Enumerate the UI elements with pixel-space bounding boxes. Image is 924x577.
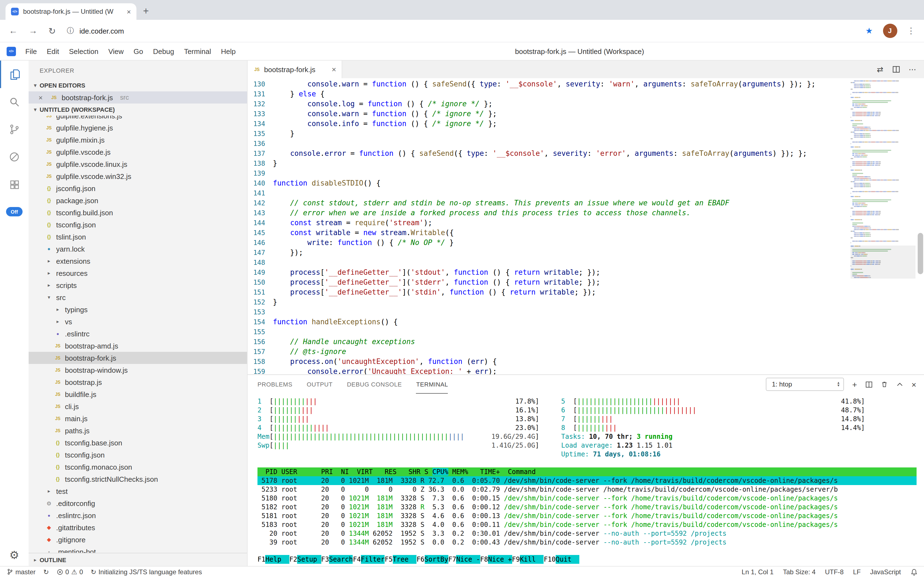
tree-file-bootstrap-amd.js[interactable]: JSbootstrap-amd.js (29, 340, 247, 352)
cursor-position[interactable]: Ln 1, Col 1 (742, 568, 773, 575)
tree-file-.eslintrc[interactable]: ●.eslintrc (29, 327, 247, 340)
compare-changes-icon[interactable]: ⇄ (877, 65, 883, 74)
maximize-panel-icon[interactable] (896, 381, 903, 388)
sync-status[interactable]: ↻ (43, 568, 49, 575)
address-bar[interactable]: ⓘ ide.coder.com (67, 26, 124, 36)
menu-file[interactable]: File (20, 47, 42, 55)
tree-file-main.js[interactable]: JSmain.js (29, 413, 247, 424)
minimap[interactable] (850, 81, 915, 374)
tree-file-tsconfig.json[interactable]: {}tsconfig.json (29, 219, 247, 231)
tree-file-tsconfig.base.json[interactable]: {}tsconfig.base.json (29, 437, 247, 449)
tree-folder-test[interactable]: ▸test (29, 485, 247, 497)
split-terminal-icon[interactable] (865, 381, 872, 388)
new-terminal-icon[interactable]: + (852, 380, 857, 388)
search-icon[interactable] (0, 88, 29, 116)
tree-file-.mention-bot[interactable]: ▪.mention-bot (29, 546, 247, 553)
avatar[interactable]: J (883, 24, 897, 38)
tree-file-paths.js[interactable]: JSpaths.js (29, 424, 247, 437)
menu-debug[interactable]: Debug (148, 47, 179, 55)
site-info-icon[interactable]: ⓘ (67, 26, 74, 36)
forward-icon[interactable]: → (29, 26, 37, 36)
language-mode[interactable]: JavaScript (870, 568, 901, 575)
panel-tab-output[interactable]: OUTPUT (307, 375, 333, 394)
tree-file-cli.js[interactable]: JScli.js (29, 400, 247, 413)
more-actions-icon[interactable]: ⋯ (909, 65, 916, 74)
tree-file-gulpfile.mixin.js[interactable]: JSgulpfile.mixin.js (29, 134, 247, 146)
terminal-area[interactable]: 1 [|||||||||||17.8%]5 [|||||||||||||||||… (247, 394, 924, 566)
encoding[interactable]: UTF-8 (825, 568, 844, 575)
open-editor-item[interactable]: × JS bootstrap-fork.js src (29, 91, 247, 103)
eol[interactable]: LF (853, 568, 861, 575)
split-editor-icon[interactable] (892, 66, 900, 73)
git-branch-status[interactable]: master (6, 568, 35, 575)
tab-size[interactable]: Tab Size: 4 (783, 568, 816, 575)
tree-file-gulpfile.vscode.js[interactable]: JSgulpfile.vscode.js (29, 146, 247, 158)
tree-folder-extensions[interactable]: ▸extensions (29, 255, 247, 267)
line-number: 143 (247, 208, 273, 218)
minimap-slider[interactable] (850, 245, 915, 279)
menu-help[interactable]: Help (216, 47, 241, 55)
tree-file-bootstrap-fork.js[interactable]: JSbootstrap-fork.js (29, 352, 247, 364)
tree-file-gulpfile.vscode.linux.js[interactable]: JSgulpfile.vscode.linux.js (29, 158, 247, 170)
menu-edit[interactable]: Edit (42, 47, 64, 55)
menu-terminal[interactable]: Terminal (179, 47, 216, 55)
htop-function-key-bar[interactable]: F1Help F2Setup F3SearchF4FilterF5Tree F6… (257, 555, 916, 564)
tree-folder-resources[interactable]: ▸resources (29, 267, 247, 279)
terminal-select[interactable]: 1: htop ▲▼ (766, 378, 844, 391)
tree-file-bootstrap.js[interactable]: JSbootstrap.js (29, 376, 247, 388)
editor-scrollbar-thumb[interactable] (918, 233, 923, 274)
tree-file-.gitattributes[interactable]: ◆.gitattributes (29, 521, 247, 533)
close-panel-icon[interactable]: × (911, 380, 916, 388)
workspace-header[interactable]: ▾ UNTITLED (WORKSPACE) (29, 103, 247, 116)
tree-file-tsconfig.monaco.json[interactable]: {}tsconfig.monaco.json (29, 461, 247, 473)
tree-file-gulpfile.vscode.win32.js[interactable]: JSgulpfile.vscode.win32.js (29, 170, 247, 182)
problems-status[interactable]: 0 ⚠ 0 (57, 568, 83, 575)
tree-file-.gitignore[interactable]: ◆.gitignore (29, 533, 247, 546)
outline-header[interactable]: ▸ OUTLINE (29, 553, 247, 566)
tree-folder-src[interactable]: ▾src (29, 291, 247, 303)
tree-file-gulpfile.hygiene.js[interactable]: JSgulpfile.hygiene.js (29, 122, 247, 134)
tree-file-tsconfig.strictNullChecks.json[interactable]: {}tsconfig.strictNullChecks.json (29, 473, 247, 485)
tree-file-tslint.json[interactable]: {}tslint.json (29, 231, 247, 243)
code-editor[interactable]: 130 console.warn = function () { safeSen… (247, 78, 924, 374)
tree-folder-scripts[interactable]: ▸scripts (29, 279, 247, 291)
fn-label: SortBy (424, 555, 448, 564)
tree-file-tsconfig.json[interactable]: {}tsconfig.json (29, 449, 247, 461)
notifications-bell-icon[interactable] (910, 568, 918, 575)
browser-tab[interactable]: </> bootstrap-fork.js — Untitled (W × (5, 3, 137, 20)
extensions-icon[interactable] (0, 171, 29, 198)
tree-file-.eslintrc.json[interactable]: ●.eslintrc.json (29, 509, 247, 521)
tree-file-gulpfile.extensions.js[interactable]: JSgulpfile.extensions.js (29, 116, 247, 122)
tree-folder-typings[interactable]: ▸typings (29, 303, 247, 316)
settings-gear-icon[interactable]: ⚙ (10, 548, 19, 562)
panel-tab-debug-console[interactable]: DEBUG CONSOLE (347, 375, 402, 394)
offline-toggle-badge[interactable]: Off (6, 207, 22, 216)
tree-file-bootstrap-window.js[interactable]: JSbootstrap-window.js (29, 364, 247, 376)
tree-file-.editorconfig[interactable]: ⚙.editorconfig (29, 497, 247, 509)
bookmark-star-icon[interactable]: ★ (865, 26, 873, 36)
tree-file-buildfile.js[interactable]: JSbuildfile.js (29, 388, 247, 400)
editor-tab-close-icon[interactable]: × (332, 65, 336, 74)
tree-file-jsconfig.json[interactable]: {}jsconfig.json (29, 182, 247, 194)
panel-tab-problems[interactable]: PROBLEMS (257, 375, 292, 394)
menu-view[interactable]: View (103, 47, 129, 55)
tab-close-icon[interactable]: × (125, 7, 131, 16)
new-tab-button[interactable]: + (143, 6, 149, 16)
editor-tab[interactable]: JS bootstrap-fork.js × (247, 61, 342, 78)
explorer-icon[interactable] (0, 61, 29, 88)
tree-file-package.json[interactable]: {}package.json (29, 194, 247, 206)
back-icon[interactable]: ← (9, 26, 18, 36)
kill-terminal-icon[interactable] (881, 380, 888, 388)
menu-selection[interactable]: Selection (64, 47, 103, 55)
menu-go[interactable]: Go (129, 47, 148, 55)
close-editor-icon[interactable]: × (39, 93, 46, 102)
open-editors-header[interactable]: ▾ OPEN EDITORS (29, 79, 247, 91)
browser-menu-icon[interactable]: ⋮ (907, 26, 915, 36)
reload-icon[interactable]: ↻ (48, 26, 56, 36)
tree-file-tsconfig.build.json[interactable]: {}tsconfig.build.json (29, 206, 247, 219)
tree-file-yarn.lock[interactable]: ●yarn.lock (29, 243, 247, 255)
source-control-icon[interactable] (0, 116, 29, 143)
panel-tab-terminal[interactable]: TERMINAL (416, 375, 448, 394)
tree-folder-vs[interactable]: ▸vs (29, 316, 247, 327)
debug-disabled-icon[interactable] (0, 143, 29, 171)
